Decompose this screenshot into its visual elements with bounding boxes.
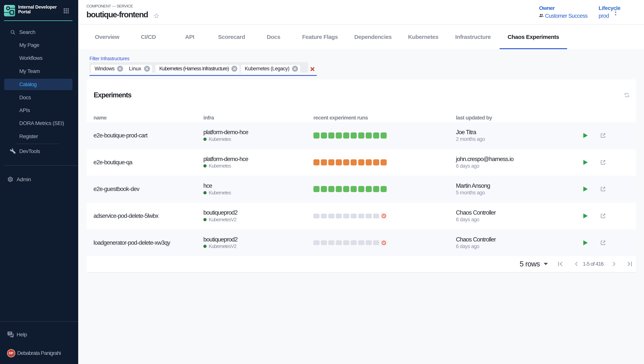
svg-text:?: ?	[9, 332, 11, 335]
